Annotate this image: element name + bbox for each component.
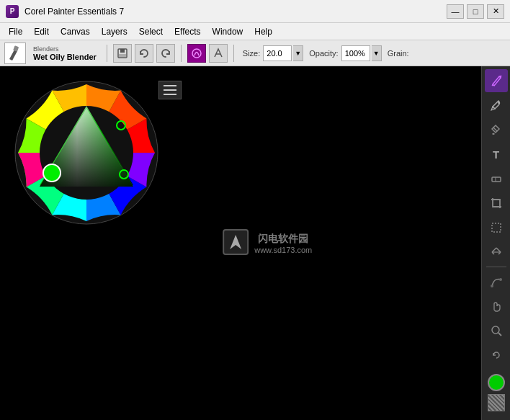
opacity-dropdown[interactable]: ▼ <box>372 45 382 61</box>
sep1 <box>107 45 107 62</box>
ham-line-3 <box>164 94 176 95</box>
pen-tool-button[interactable] <box>485 69 508 92</box>
crop-tool-button[interactable] <box>485 192 508 215</box>
maximize-button[interactable]: □ <box>467 4 484 19</box>
app-title: Corel Painter Essentials 7 <box>24 6 441 17</box>
menu-help[interactable]: Help <box>249 25 278 38</box>
sep2 <box>181 45 182 62</box>
right-toolbar: T <box>481 66 510 420</box>
color-wheel[interactable] <box>14 81 158 225</box>
sep3 <box>233 45 234 62</box>
size-value[interactable]: 20.0 <box>263 45 292 61</box>
svg-point-22 <box>499 278 502 281</box>
opacity-input-group: 100% ▼ <box>341 45 382 61</box>
minimize-button[interactable]: — <box>447 4 464 19</box>
svg-point-12 <box>43 164 61 182</box>
watermark: 闪电软件园 www.sd173.com <box>223 229 312 258</box>
opacity-label: Opacity: <box>309 49 338 58</box>
ham-line-1 <box>164 85 176 86</box>
watermark-icon <box>223 229 249 255</box>
color-section <box>488 374 505 417</box>
watermark-label: 闪电软件园 <box>254 233 312 246</box>
ham-line-2 <box>164 89 176 91</box>
window-controls: — □ ✕ <box>447 4 504 19</box>
undo-button[interactable] <box>135 44 153 63</box>
grab-tool-button[interactable] <box>485 295 508 318</box>
svg-rect-19 <box>492 223 501 232</box>
rotate-tool-button[interactable] <box>485 344 508 367</box>
svg-rect-2 <box>120 49 125 53</box>
main-area: 闪电软件园 www.sd173.com <box>0 66 510 420</box>
size-dropdown[interactable]: ▼ <box>293 45 303 61</box>
svg-point-24 <box>492 326 499 334</box>
canvas-area[interactable]: 闪电软件园 www.sd173.com <box>0 66 481 420</box>
pen-bezier-tool-button[interactable] <box>485 270 508 293</box>
grain-label: Grain: <box>388 49 409 58</box>
text-tool-button[interactable]: T <box>485 143 508 166</box>
eraser-tool-button[interactable] <box>485 167 508 190</box>
toolbar: Blenders Wet Oily Blender <box>0 40 510 66</box>
size-input-group: 20.0 ▼ <box>263 45 303 61</box>
paint-bucket-tool-button[interactable] <box>485 118 508 141</box>
brush-icon-box[interactable] <box>4 43 26 64</box>
current-color-indicator[interactable] <box>488 374 505 391</box>
text-tool-icon: T <box>493 148 499 161</box>
menu-layers[interactable]: Layers <box>96 25 133 38</box>
svg-rect-3 <box>119 54 126 57</box>
eyedropper-tool-button[interactable] <box>485 94 508 117</box>
svg-point-4 <box>192 49 201 58</box>
right-toolbar-separator <box>486 267 506 267</box>
transform-tool-button[interactable] <box>485 241 508 264</box>
size-label: Size: <box>243 49 260 58</box>
menu-bar: File Edit Canvas Layers Select Effects W… <box>0 23 510 40</box>
menu-file[interactable]: File <box>3 25 28 38</box>
watermark-site: www.sd173.com <box>254 246 312 254</box>
hamburger-menu-button[interactable] <box>158 81 182 99</box>
svg-rect-17 <box>492 177 501 182</box>
menu-edit[interactable]: Edit <box>28 25 55 38</box>
selection-tool-button[interactable] <box>485 216 508 239</box>
menu-window[interactable]: Window <box>207 25 249 38</box>
menu-canvas[interactable]: Canvas <box>55 25 96 38</box>
save-button[interactable] <box>113 44 132 63</box>
title-bar: P Corel Painter Essentials 7 — □ ✕ <box>0 0 510 23</box>
brush-selector-button[interactable] <box>187 44 206 63</box>
brush-category: Blenders <box>33 45 97 53</box>
app-icon: P <box>6 5 19 18</box>
brush-info: Blenders Wet Oily Blender <box>33 45 97 61</box>
svg-marker-15 <box>230 235 241 249</box>
svg-point-21 <box>491 285 493 287</box>
texture-indicator[interactable] <box>488 394 505 411</box>
tool-selector-button[interactable] <box>209 44 228 63</box>
redo-button[interactable] <box>156 44 175 63</box>
menu-select[interactable]: Select <box>133 25 169 38</box>
menu-effects[interactable]: Effects <box>169 25 206 38</box>
svg-line-25 <box>498 333 501 336</box>
svg-point-16 <box>498 102 500 104</box>
zoom-tool-button[interactable] <box>485 319 508 342</box>
close-button[interactable]: ✕ <box>487 4 504 19</box>
opacity-value[interactable]: 100% <box>341 45 370 61</box>
brush-variant: Wet Oily Blender <box>33 53 97 61</box>
